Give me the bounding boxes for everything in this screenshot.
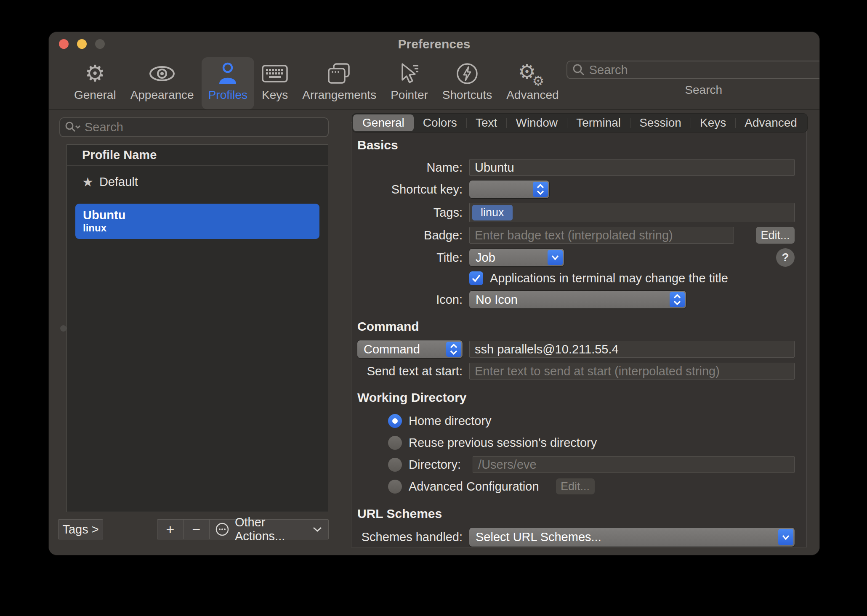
profile-actions-group: + − Other Actions... — [157, 519, 329, 539]
url-schemes-popup[interactable]: Select URL Schemes... — [469, 528, 795, 547]
content-area: Profile Name ★ Default Ubuntu linux Tags… — [49, 110, 819, 555]
profile-list: Profile Name ★ Default Ubuntu linux — [66, 144, 328, 512]
badge-label: Badge: — [357, 228, 463, 242]
toolbar: ⚙ General Appearance Profiles — [49, 56, 819, 110]
directory-field[interactable] — [473, 456, 795, 473]
wd-advanced-row: Advanced Configuration Edit... — [388, 477, 795, 496]
window-title: Preferences — [49, 32, 819, 51]
profile-tabs: General Colors Text Window Terminal Sess… — [352, 113, 808, 133]
shortcut-key-popup[interactable] — [469, 181, 549, 198]
toolbar-item-arrangements[interactable]: Arrangements — [295, 57, 383, 109]
wd-directory-label[interactable]: Directory: — [409, 458, 461, 472]
title-label: Title: — [357, 251, 463, 265]
person-icon — [218, 60, 238, 88]
send-text-row: Send text at start: — [357, 363, 795, 380]
close-button[interactable] — [59, 39, 69, 49]
search-icon — [572, 64, 585, 76]
tab-text[interactable]: Text — [466, 114, 507, 131]
tags-field[interactable]: linux — [469, 203, 795, 222]
ellipsis-circle-icon — [215, 522, 230, 537]
badge-edit-button[interactable]: Edit... — [756, 227, 795, 244]
profile-name: Ubuntu — [83, 208, 319, 222]
radio-icon[interactable] — [388, 436, 402, 450]
zoom-button — [95, 39, 105, 49]
toolbar-item-pointer[interactable]: Pointer — [384, 57, 435, 109]
schemes-handled-label: Schemes handled: — [357, 530, 463, 544]
chevron-down-icon — [778, 529, 793, 545]
badge-input[interactable] — [475, 228, 729, 242]
tab-colors[interactable]: Colors — [414, 114, 466, 131]
profile-search-field[interactable] — [59, 117, 329, 137]
icon-row: Icon: No Icon — [357, 291, 795, 308]
profile-list-header: Profile Name — [67, 145, 328, 166]
name-input[interactable] — [475, 161, 789, 175]
toolbar-search-zone: Search — [566, 57, 820, 109]
title-checkbox-row: Applications in terminal may change the … — [469, 271, 795, 285]
tab-window[interactable]: Window — [506, 114, 567, 131]
command-type-popup[interactable]: Command — [357, 340, 463, 358]
profile-search-input[interactable] — [85, 120, 324, 134]
search-scope-icon[interactable] — [64, 121, 81, 134]
toolbar-item-keys[interactable]: Keys — [255, 57, 295, 109]
title-checkbox-label[interactable]: Applications in terminal may change the … — [490, 271, 728, 285]
profile-name: Default — [99, 175, 138, 189]
eye-icon — [149, 60, 176, 88]
name-field[interactable] — [469, 159, 795, 176]
traffic-lights — [59, 39, 105, 49]
shortcut-row: Shortcut key: — [357, 181, 795, 198]
wd-home-label[interactable]: Home directory — [409, 414, 492, 428]
toolbar-search-field[interactable] — [566, 61, 820, 79]
profile-tag: linux — [83, 222, 319, 234]
minimize-button[interactable] — [77, 39, 87, 49]
schemes-row: Schemes handled: Select URL Schemes... — [357, 528, 795, 547]
wd-home-row: Home directory — [388, 412, 795, 430]
tab-advanced[interactable]: Advanced — [735, 114, 806, 131]
name-row: Name: — [357, 159, 795, 176]
radio-icon[interactable] — [388, 458, 402, 472]
tag-chip[interactable]: linux — [472, 205, 513, 220]
working-directory-header: Working Directory — [357, 390, 795, 405]
toolbar-item-appearance[interactable]: Appearance — [124, 57, 201, 109]
radio-selected-icon[interactable] — [388, 414, 402, 428]
command-header: Command — [357, 319, 795, 334]
chevron-down-icon — [548, 250, 563, 265]
tab-session[interactable]: Session — [630, 114, 691, 131]
tab-keys[interactable]: Keys — [691, 114, 735, 131]
directory-input[interactable] — [478, 458, 789, 472]
toolbar-item-shortcuts[interactable]: Shortcuts — [436, 57, 499, 109]
toolbar-item-profiles[interactable]: Profiles — [202, 57, 254, 109]
icon-label: Icon: — [357, 293, 463, 307]
remove-profile-button[interactable]: − — [184, 520, 210, 539]
badge-field[interactable] — [469, 227, 734, 244]
send-text-input[interactable] — [475, 364, 789, 378]
send-text-label: Send text at start: — [357, 364, 463, 378]
wd-reuse-row: Reuse previous session's directory — [388, 433, 795, 452]
radio-icon[interactable] — [388, 480, 402, 494]
wd-advanced-label[interactable]: Advanced Configuration — [409, 480, 539, 494]
chevron-down-icon — [312, 526, 322, 532]
star-icon: ★ — [82, 175, 93, 189]
command-field[interactable] — [469, 341, 795, 358]
toolbar-item-advanced[interactable]: ⚙⚙ Advanced — [500, 57, 566, 109]
tab-terminal[interactable]: Terminal — [567, 114, 630, 131]
add-profile-button[interactable]: + — [157, 520, 184, 539]
wd-reuse-label[interactable]: Reuse previous session's directory — [409, 436, 597, 450]
profile-row-ubuntu[interactable]: Ubuntu linux — [75, 204, 319, 239]
command-input[interactable] — [475, 343, 789, 356]
profile-row-default[interactable]: ★ Default — [67, 168, 328, 195]
tab-general[interactable]: General — [353, 114, 414, 131]
title-popup[interactable]: Job — [469, 249, 564, 266]
icon-popup[interactable]: No Icon — [469, 291, 686, 308]
toolbar-item-general[interactable]: ⚙ General — [67, 57, 123, 109]
basics-header: Basics — [357, 138, 795, 152]
help-button[interactable]: ? — [776, 248, 795, 267]
keyboard-icon — [262, 60, 288, 88]
tags-button[interactable]: Tags > — [58, 519, 103, 539]
checkbox-checked-icon[interactable] — [469, 271, 483, 285]
toolbar-search-input[interactable] — [589, 63, 820, 77]
preferences-window: Preferences ⚙ General Appearance — [48, 32, 820, 555]
gear-icon: ⚙ — [85, 60, 105, 88]
other-actions-button[interactable]: Other Actions... — [210, 520, 328, 539]
url-schemes-header: URL Schemes — [357, 507, 795, 521]
send-text-field[interactable] — [469, 363, 795, 380]
